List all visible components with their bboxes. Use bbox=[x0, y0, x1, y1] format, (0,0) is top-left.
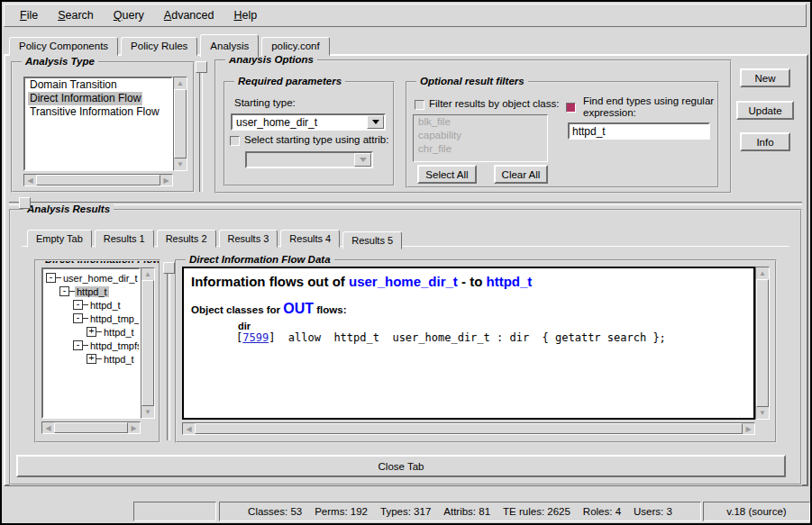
flow-tree[interactable]: - user_home_dir_t - httpd_t - httpd_t - … bbox=[41, 267, 141, 419]
scroll-right-icon[interactable]: ▶ bbox=[743, 423, 754, 434]
starting-type-value: user_home_dir_t bbox=[236, 116, 317, 129]
scroll-right-icon[interactable]: ▶ bbox=[128, 422, 140, 433]
tree-node[interactable]: - httpd_t bbox=[73, 298, 139, 312]
combobox-arrow-button-disabled bbox=[354, 153, 371, 167]
scroll-down-icon[interactable]: ▼ bbox=[141, 406, 154, 418]
status-empty-field bbox=[133, 502, 216, 521]
status-stat: Roles: 4 bbox=[583, 506, 621, 517]
filter-by-class-label: Filter results by object class: bbox=[429, 98, 559, 109]
status-version-field: v.18 (source) bbox=[703, 502, 810, 521]
expander-icon[interactable]: - bbox=[73, 313, 83, 323]
info-button[interactable]: Info bbox=[740, 132, 790, 151]
results-tab-bar: Empty TabResults 1Results 2Results 3Resu… bbox=[27, 226, 405, 248]
scroll-up-icon[interactable]: ▲ bbox=[174, 77, 187, 89]
regex-input[interactable]: httpd_t bbox=[568, 122, 710, 140]
attrib-combobox-disabled bbox=[245, 151, 373, 168]
status-stat: TE rules: 2625 bbox=[503, 506, 570, 517]
analysis-type-hscrollbar[interactable]: ◀▶ bbox=[23, 174, 173, 186]
combobox-arrow-button[interactable] bbox=[367, 115, 384, 129]
flow-tree-title: Direct Information Flow Tree bbox=[41, 259, 160, 265]
analysis-type-vscrollbar[interactable]: ▲▼ bbox=[173, 77, 187, 171]
object-class-item: blk_file bbox=[414, 115, 547, 129]
flow-data-title: Direct Information Flow Data bbox=[186, 254, 334, 265]
update-button[interactable]: Update bbox=[736, 101, 794, 120]
results-sash-handle[interactable] bbox=[163, 262, 175, 274]
rule-line: [7599] allow httpd_t user_home_dir_t : d… bbox=[236, 331, 746, 344]
status-stat: Perms: 192 bbox=[315, 506, 368, 517]
scroll-down-icon[interactable]: ▼ bbox=[174, 158, 187, 170]
close-tab-button[interactable]: Close Tab bbox=[16, 455, 786, 477]
main-tab[interactable]: Policy Rules bbox=[121, 37, 197, 56]
scroll-left-icon[interactable]: ◀ bbox=[24, 175, 36, 186]
object-classes-line: Object classes for OUT flows: bbox=[191, 301, 746, 317]
select-all-button[interactable]: Select All bbox=[417, 165, 477, 184]
main-tab[interactable]: policy.conf bbox=[261, 37, 329, 56]
main-tab-bar: Policy ComponentsPolicy RulesAnalysispol… bbox=[9, 32, 333, 56]
scroll-left-icon[interactable]: ◀ bbox=[183, 423, 195, 434]
status-stat: Classes: 53 bbox=[248, 506, 302, 517]
tree-node[interactable]: - user_home_dir_t bbox=[46, 271, 139, 285]
clear-all-button[interactable]: Clear All bbox=[494, 165, 548, 184]
status-stat: Users: 3 bbox=[634, 506, 672, 517]
scroll-up-icon[interactable]: ▲ bbox=[756, 267, 769, 279]
analysis-type-item[interactable]: Direct Information Flow bbox=[25, 92, 171, 105]
vertical-sash-handle[interactable] bbox=[196, 61, 207, 73]
regex-checkbox[interactable] bbox=[566, 103, 576, 113]
results-sash-line bbox=[167, 273, 170, 440]
filter-by-class-checkbox[interactable] bbox=[415, 100, 424, 110]
results-tab[interactable]: Results 1 bbox=[95, 230, 154, 248]
new-button[interactable]: New bbox=[740, 68, 790, 87]
tree-node[interactable]: - httpd_t bbox=[59, 285, 139, 298]
menu-item[interactable]: Advanced bbox=[154, 6, 224, 24]
scroll-up-icon[interactable]: ▲ bbox=[141, 268, 154, 280]
horizontal-sash-line bbox=[9, 202, 802, 205]
vertical-sash-line bbox=[199, 73, 203, 192]
flow-data-text[interactable]: Information flows out of user_home_dir_t… bbox=[182, 267, 755, 420]
rule-number-link[interactable]: 7599 bbox=[242, 331, 269, 344]
chevron-down-icon bbox=[360, 158, 367, 162]
tree-vscrollbar[interactable]: ▲▼ bbox=[141, 267, 155, 419]
main-tab[interactable]: Analysis bbox=[200, 34, 259, 58]
status-stat: Types: 317 bbox=[380, 506, 431, 517]
attrib-checkbox[interactable] bbox=[230, 136, 240, 146]
tree-node[interactable]: + httpd_t bbox=[87, 325, 139, 339]
expander-icon[interactable]: - bbox=[59, 286, 69, 296]
results-tab[interactable]: Results 4 bbox=[280, 230, 340, 248]
object-class-listbox: blk_filecapabilitychr_file bbox=[413, 114, 548, 162]
flow-heading: Information flows out of user_home_dir_t… bbox=[191, 274, 746, 289]
menu-item[interactable]: Help bbox=[224, 6, 267, 24]
starting-type-combobox[interactable]: user_home_dir_t bbox=[231, 113, 386, 131]
tree-node[interactable]: - httpd_tmp_t bbox=[73, 312, 139, 325]
expander-icon[interactable]: - bbox=[73, 340, 83, 350]
scroll-down-icon[interactable]: ▼ bbox=[756, 407, 769, 419]
main-tab[interactable]: Policy Components bbox=[9, 37, 118, 56]
tree-node[interactable]: - httpd_tmpfs_t bbox=[73, 339, 139, 352]
expander-icon[interactable]: + bbox=[87, 327, 96, 337]
menu-item[interactable]: File bbox=[10, 6, 48, 24]
menu-item[interactable]: Query bbox=[104, 6, 154, 24]
scroll-right-icon[interactable]: ▶ bbox=[160, 175, 172, 186]
analysis-type-item[interactable]: Domain Transition bbox=[25, 78, 171, 92]
results-tab[interactable]: Empty Tab bbox=[27, 230, 92, 248]
tree-hscrollbar[interactable]: ◀▶ bbox=[41, 421, 141, 434]
analysis-results-title: Analysis Results bbox=[23, 204, 114, 214]
results-tab[interactable]: Results 2 bbox=[157, 230, 216, 248]
expander-icon[interactable]: + bbox=[87, 354, 96, 364]
menu-bar: FileSearchQueryAdvancedHelp bbox=[4, 4, 807, 27]
object-class-item: capability bbox=[414, 129, 547, 142]
analysis-type-listbox[interactable]: Domain TransitionDirect Information Flow… bbox=[23, 77, 173, 171]
horizontal-sash-handle[interactable] bbox=[19, 197, 31, 209]
scroll-left-icon[interactable]: ◀ bbox=[42, 422, 54, 433]
data-vscrollbar[interactable]: ▲▼ bbox=[755, 267, 770, 420]
object-class-name: dir bbox=[238, 321, 746, 331]
results-tab[interactable]: Results 5 bbox=[342, 231, 402, 249]
expander-icon[interactable]: - bbox=[46, 273, 56, 283]
tree-node[interactable]: + httpd_t bbox=[87, 352, 139, 366]
data-hscrollbar[interactable]: ◀▶ bbox=[182, 422, 755, 435]
menu-item[interactable]: Search bbox=[48, 6, 104, 24]
object-class-item: chr_file bbox=[414, 142, 547, 156]
analysis-type-item[interactable]: Transitive Information Flow bbox=[25, 105, 171, 119]
status-stat: Attribs: 81 bbox=[443, 506, 490, 517]
expander-icon[interactable]: - bbox=[73, 300, 83, 310]
results-tab[interactable]: Results 3 bbox=[219, 230, 278, 248]
